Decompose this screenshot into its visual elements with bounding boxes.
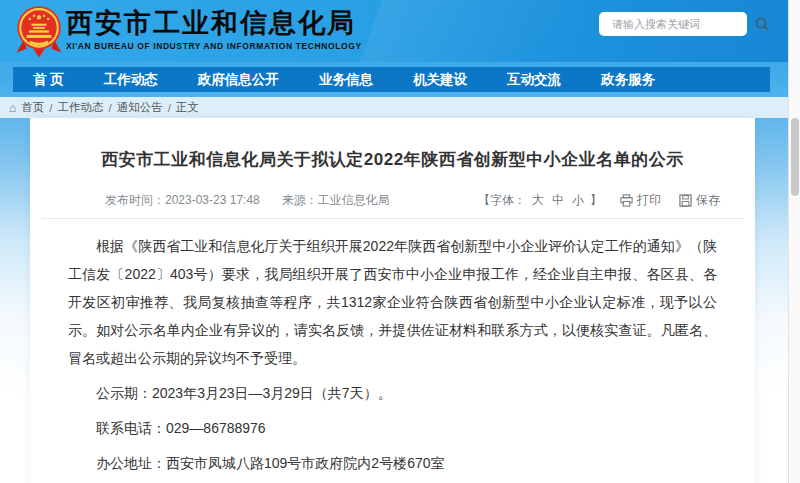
article-body: 根据《陕西省工业和信息化厅关于组织开展2022年陕西省创新型中小企业评价认定工作…: [30, 232, 755, 483]
print-label: 打印: [637, 192, 661, 209]
publish-time-label: 发布时间：: [105, 193, 165, 207]
page-scrollbar[interactable]: [788, 0, 800, 483]
font-size-label-close: 】: [590, 192, 602, 209]
breadcrumb-work-news[interactable]: 工作动态: [57, 100, 103, 115]
source-value: 工业信息化局: [318, 193, 390, 207]
breadcrumb-home[interactable]: 首页: [21, 100, 44, 115]
search-input[interactable]: [612, 18, 754, 30]
home-icon: ⌂: [9, 102, 16, 114]
nav-item-home[interactable]: 首 页: [33, 67, 64, 92]
national-emblem-logo: [14, 4, 64, 62]
breadcrumb-separator: /: [108, 102, 111, 114]
site-subtitle: XI'AN BUREAU OF INDUSTRY AND INFORMATION…: [66, 41, 362, 51]
save-button[interactable]: 保存: [679, 192, 720, 209]
meta-divider: [42, 218, 743, 219]
article-paragraph-main: 根据《陕西省工业和信息化厅关于组织开展2022年陕西省创新型中小企业评价认定工作…: [68, 232, 717, 372]
font-size-large-button[interactable]: 大: [532, 192, 544, 209]
breadcrumb-current: 正文: [176, 100, 199, 115]
site-title: 西安市工业和信息化局: [66, 8, 362, 38]
print-button[interactable]: 打印: [620, 192, 661, 209]
breadcrumb-notices[interactable]: 通知公告: [117, 100, 163, 115]
font-size-small-button[interactable]: 小: [572, 192, 584, 209]
breadcrumb: ⌂ 首页 / 工作动态 / 通知公告 / 正文: [0, 97, 788, 118]
article-paragraph-office-address: 办公地址：西安市凤城八路109号市政府院内2号楼670室: [68, 449, 717, 477]
search-box[interactable]: [599, 12, 747, 36]
publish-time-value: 2023-03-23 17:48: [165, 193, 260, 207]
scrollbar-thumb[interactable]: [791, 118, 799, 196]
article-paragraph-contact-phone: 联系电话：029—86788976: [68, 414, 717, 442]
nav-item-work-news[interactable]: 工作动态: [104, 67, 158, 92]
breadcrumb-separator: /: [168, 102, 171, 114]
nav-item-gov-services[interactable]: 政务服务: [601, 67, 655, 92]
nav-item-gov-info[interactable]: 政府信息公开: [198, 67, 279, 92]
font-size-label-open: 【字体：: [478, 192, 526, 209]
source-label: 来源：: [282, 193, 318, 207]
nav-item-org-building[interactable]: 机关建设: [413, 67, 467, 92]
article-panel: 西安市工业和信息化局关于拟认定2022年陕西省创新型中小企业名单的公示 发布时间…: [30, 118, 755, 483]
printer-icon: [620, 194, 633, 207]
article-meta-left: 发布时间：2023-03-23 17:48来源：工业信息化局: [105, 192, 390, 209]
nav-item-business-info[interactable]: 业务信息: [319, 67, 373, 92]
main-nav: 首 页 工作动态 政府信息公开 业务信息 机关建设 互动交流 政务服务: [13, 67, 770, 92]
nav-item-interaction[interactable]: 互动交流: [507, 67, 561, 92]
article-paragraph-publicity-period: 公示期：2023年3月23日—3月29日（共7天）。: [68, 379, 717, 407]
article-title: 西安市工业和信息化局关于拟认定2022年陕西省创新型中小企业名单的公示: [85, 148, 700, 172]
site-header: 西安市工业和信息化局 XI'AN BUREAU OF INDUSTRY AND …: [0, 0, 788, 62]
font-size-medium-button[interactable]: 中: [552, 192, 564, 209]
article-meta: 发布时间：2023-03-23 17:48来源：工业信息化局 【字体：大中小】 …: [30, 192, 755, 208]
floppy-disk-icon: [679, 194, 692, 207]
save-label: 保存: [696, 192, 720, 209]
search-icon[interactable]: [754, 16, 770, 32]
breadcrumb-separator: /: [49, 102, 52, 114]
site-branding: 西安市工业和信息化局 XI'AN BUREAU OF INDUSTRY AND …: [66, 8, 362, 51]
article-meta-right: 【字体：大中小】 打印: [478, 192, 720, 209]
